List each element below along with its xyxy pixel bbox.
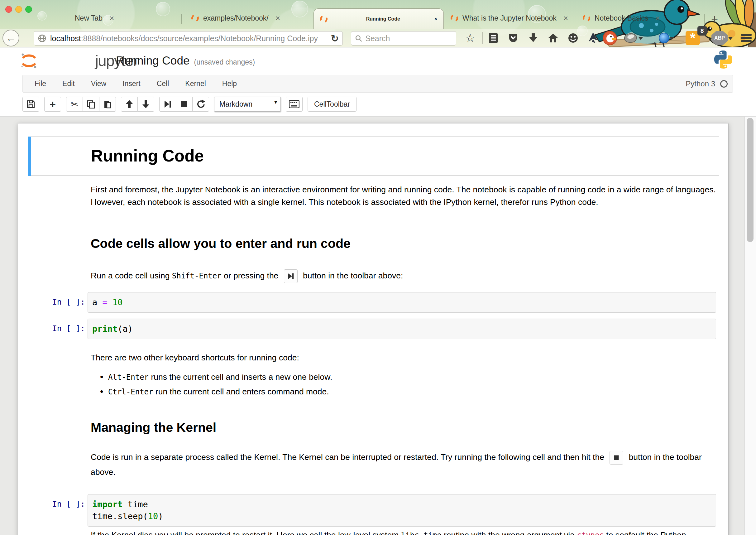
- theme-bubble: [291, 1, 308, 17]
- tab-label: Running Code: [366, 16, 400, 22]
- jupyter-logo[interactable]: jupyter: [20, 52, 38, 70]
- window-minimize-button[interactable]: [15, 6, 22, 13]
- menu-kernel[interactable]: Kernel: [185, 79, 206, 88]
- bookmark-star-icon[interactable]: ☆: [462, 30, 479, 46]
- run-cell-button[interactable]: [159, 97, 176, 112]
- menu-insert[interactable]: Insert: [122, 79, 141, 88]
- adblock-dropdown-icon[interactable]: [728, 37, 733, 40]
- addon-badge: 8: [697, 26, 707, 36]
- send-to-device-icon[interactable]: [584, 30, 602, 46]
- code-token-number: 10: [148, 511, 158, 521]
- url-text[interactable]: localhost:8888/notebooks/docs/source/exa…: [50, 34, 323, 43]
- menu-file[interactable]: File: [35, 79, 46, 88]
- list-item: Ctrl-Enter run the current cell and ente…: [91, 384, 727, 399]
- code-input[interactable]: a = 10: [88, 292, 716, 313]
- menu-hamburger-icon[interactable]: [738, 30, 755, 46]
- notebook-paragraph-clipped[interactable]: If the Kernel dies you will be prompted …: [91, 529, 727, 535]
- tab-close-icon[interactable]: ×: [563, 14, 568, 23]
- restart-kernel-button[interactable]: [192, 97, 209, 112]
- downloads-icon[interactable]: [525, 30, 542, 46]
- save-button[interactable]: [22, 97, 39, 112]
- notebook-paragraph[interactable]: There are two other keyboard shortcuts f…: [91, 352, 727, 364]
- theme-bubble: [156, 2, 170, 16]
- fly-addon-icon[interactable]: [622, 30, 639, 46]
- notebook-title-text: Running Code: [116, 54, 190, 67]
- fly-addon-dropdown-icon[interactable]: [638, 37, 643, 40]
- run-mid-text: or pressing the: [222, 271, 281, 280]
- list-item: Alt-Enter runs the current cell and inse…: [91, 370, 727, 384]
- run-pre-text: Run a code cell using: [91, 271, 172, 280]
- duckduckgo-icon[interactable]: [602, 30, 618, 46]
- code-token: time: [123, 499, 148, 509]
- add-cell-button[interactable]: +: [44, 97, 61, 112]
- tab-close-icon[interactable]: ×: [655, 14, 660, 23]
- notebook-menubar: File Edit View Insert Cell Kernel Help P…: [22, 75, 733, 93]
- notebook-container: Running Code First and foremost, the Jup…: [18, 123, 729, 535]
- tab-close-icon[interactable]: ×: [434, 16, 437, 22]
- move-cell-down-button[interactable]: [137, 97, 154, 112]
- paste-cell-button[interactable]: [99, 97, 116, 112]
- notebook-title[interactable]: Running Code(unsaved changes): [116, 54, 255, 67]
- code-token-keyword: import: [92, 499, 123, 509]
- url-bar[interactable]: localhost:8888/notebooks/docs/source/exa…: [34, 31, 343, 45]
- code-input[interactable]: import time time.sleep(10): [88, 494, 716, 526]
- back-button[interactable]: ←: [3, 30, 19, 46]
- blue-addon-dropdown-icon[interactable]: [669, 37, 674, 40]
- code-cell[interactable]: In [ ]: print(a): [18, 319, 729, 339]
- save-icon: [26, 100, 35, 108]
- notebook-h2-managing-kernel[interactable]: Managing the Kernel: [91, 420, 216, 435]
- notebook-scroll-area[interactable]: Running Code First and foremost, the Jup…: [0, 117, 756, 535]
- code-cell[interactable]: In [ ]: a = 10: [18, 292, 729, 313]
- window-zoom-button[interactable]: [25, 6, 32, 13]
- scrollbar-thumb[interactable]: [747, 118, 753, 242]
- markdown-cell-selected[interactable]: Running Code: [28, 137, 719, 176]
- input-prompt: In [ ]:: [18, 324, 85, 333]
- step-forward-icon: [287, 273, 294, 280]
- menu-help[interactable]: Help: [222, 79, 237, 88]
- ctrl-enter-code: Ctrl-Enter: [108, 387, 153, 396]
- code-token: (a): [118, 324, 133, 334]
- adblock-plus-icon[interactable]: ABP: [711, 30, 728, 46]
- home-icon[interactable]: [545, 30, 561, 46]
- notebook-paragraph[interactable]: First and foremost, the Jupyter Notebook…: [91, 183, 727, 208]
- stop-icon: [180, 100, 188, 108]
- reload-icon[interactable]: ↻: [331, 33, 339, 44]
- code-cell[interactable]: In [ ]: import time time.sleep(10): [18, 494, 729, 526]
- move-cell-up-button[interactable]: [121, 97, 138, 112]
- pocket-icon[interactable]: [505, 30, 522, 46]
- cell-type-select[interactable]: Markdown ▼: [214, 97, 281, 112]
- tab-label: Notebook Basics: [595, 14, 648, 22]
- inline-step-forward-button-image: [284, 269, 298, 283]
- tab-examples-notebook[interactable]: examples/Notebook/ ×: [191, 9, 280, 27]
- copy-icon: [87, 100, 95, 108]
- toolbar-separator: [482, 32, 483, 44]
- copy-cell-button[interactable]: [83, 97, 99, 112]
- refresh-icon: [196, 99, 205, 109]
- search-input[interactable]: [365, 34, 452, 43]
- tab-notebook-basics[interactable]: Notebook Basics ×: [583, 9, 660, 27]
- interrupt-kernel-button[interactable]: [176, 97, 193, 112]
- new-tab-button[interactable]: +: [711, 13, 718, 26]
- menu-edit[interactable]: Edit: [62, 79, 75, 88]
- celltoolbar-button[interactable]: CellToolbar: [308, 97, 357, 112]
- code-input[interactable]: print(a): [88, 319, 716, 339]
- cut-cell-button[interactable]: ✂: [66, 97, 83, 112]
- feedback-smiley-icon[interactable]: [565, 30, 581, 46]
- menu-cell[interactable]: Cell: [157, 79, 169, 88]
- code-token-operator: =: [102, 297, 113, 307]
- reading-list-icon[interactable]: [485, 30, 502, 46]
- tab-what-is-jupyter[interactable]: What is the Jupyter Notebook ×: [451, 9, 568, 27]
- run-instruction-line[interactable]: Run a code cell using Shift-Enter or pre…: [91, 268, 727, 284]
- checkpoint-status: (unsaved changes): [194, 58, 255, 66]
- search-bar[interactable]: [351, 31, 456, 45]
- command-palette-button[interactable]: [286, 97, 303, 112]
- window-close-button[interactable]: [5, 6, 12, 13]
- kernel-instruction-line[interactable]: Code is run in a separate process called…: [91, 450, 727, 480]
- tab-running-code-active[interactable]: Running Code ×: [313, 9, 444, 29]
- notebook-h2-code-cells[interactable]: Code cells allow you to enter and run co…: [91, 236, 351, 251]
- tab-close-icon[interactable]: ×: [276, 14, 280, 23]
- tab-close-icon[interactable]: ×: [109, 14, 114, 23]
- tab-new-tab[interactable]: New Tab ×: [75, 9, 114, 27]
- select-dropdown-icon: ▼: [273, 99, 278, 105]
- menu-view[interactable]: View: [91, 79, 106, 88]
